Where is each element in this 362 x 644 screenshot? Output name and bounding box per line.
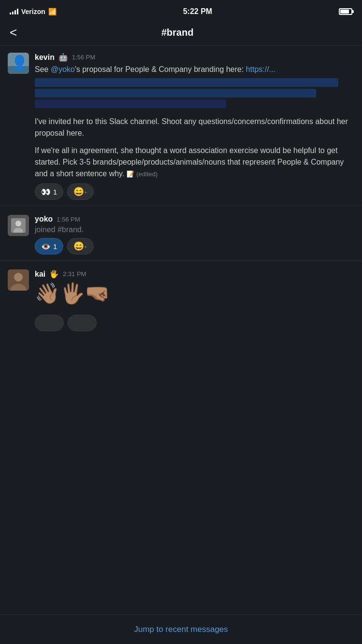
mention[interactable]: @yoko bbox=[51, 65, 75, 73]
text-before-mention: See bbox=[35, 65, 51, 73]
kai-avatar-img bbox=[8, 269, 29, 291]
status-left: Verizon 📶 bbox=[10, 8, 56, 15]
message-item: kevin 🤖 1:56 PM See @yoko's proposal for… bbox=[0, 46, 362, 204]
signal-icon bbox=[10, 9, 18, 14]
message-header: yoko 1:56 PM bbox=[35, 215, 354, 224]
jump-to-recent-banner: Jump to recent messages bbox=[0, 615, 362, 644]
link-text[interactable]: https://... bbox=[246, 65, 275, 73]
redacted-content bbox=[35, 78, 354, 108]
message-item: kai 🖐️ 2:31 PM 👋🏽🖐🏽🤜🏽 bbox=[0, 263, 362, 311]
messages-area: kevin 🤖 1:56 PM See @yoko's proposal for… bbox=[0, 46, 362, 339]
username: kevin bbox=[35, 53, 55, 62]
reaction-eye[interactable]: 👁️ 1 bbox=[35, 238, 63, 254]
status-bar: Verizon 📶 5:22 PM bbox=[0, 0, 362, 21]
user-emoji: 🖐️ bbox=[49, 269, 59, 279]
edited-label: (edited) bbox=[137, 170, 158, 178]
edited-emoji: 📝 bbox=[126, 170, 134, 178]
avatar bbox=[8, 215, 29, 236]
username: yoko bbox=[35, 215, 53, 224]
timestamp: 1:56 PM bbox=[72, 54, 95, 61]
message-header: kevin 🤖 1:56 PM bbox=[35, 53, 354, 62]
system-message: joined #brand. bbox=[35, 225, 354, 234]
reaction-count: 1 bbox=[53, 188, 57, 196]
jump-to-recent-button[interactable]: Jump to recent messages bbox=[134, 625, 228, 634]
svg-point-4 bbox=[14, 273, 23, 281]
carrier-label: Verizon bbox=[21, 8, 45, 15]
avatar bbox=[8, 53, 29, 74]
reactions: 👁️ 1 😄+ bbox=[35, 238, 354, 254]
username: kai bbox=[35, 270, 45, 279]
yoko-avatar-img bbox=[11, 218, 26, 233]
message-header: kai 🖐️ 2:31 PM bbox=[35, 269, 354, 279]
reaction-eyes[interactable]: 👀 1 bbox=[35, 183, 63, 200]
message-content: kevin 🤖 1:56 PM See @yoko's proposal for… bbox=[35, 53, 354, 200]
avatar bbox=[8, 269, 29, 291]
battery-icon bbox=[339, 8, 352, 15]
status-right bbox=[339, 8, 352, 15]
message-text: See @yoko's proposal for People & Compan… bbox=[35, 64, 354, 180]
body-text-1: I've invited her to this Slack channel. … bbox=[35, 117, 348, 137]
more-reactions bbox=[0, 315, 362, 339]
message-item: yoko 1:56 PM joined #brand. 👁️ 1 😄+ bbox=[0, 208, 362, 258]
reaction-count: 1 bbox=[53, 242, 57, 251]
reaction-add-button[interactable]: 😄+ bbox=[67, 238, 93, 254]
nav-bar: < #brand bbox=[0, 21, 362, 46]
channel-title: #brand bbox=[161, 27, 194, 38]
message-content: yoko 1:56 PM joined #brand. 👁️ 1 😄+ bbox=[35, 215, 354, 254]
text-after-mention: 's proposal for People & Company brandin… bbox=[75, 65, 246, 73]
reaction-emoji: 👁️ bbox=[41, 242, 51, 251]
kai-emoji-message: 👋🏽🖐🏽🤜🏽 bbox=[35, 280, 354, 307]
reaction-placeholder bbox=[68, 315, 97, 331]
back-button[interactable]: < bbox=[10, 26, 17, 39]
timestamp: 2:31 PM bbox=[63, 270, 86, 278]
reaction-placeholder bbox=[35, 315, 64, 331]
reactions: 👀 1 😄+ bbox=[35, 183, 354, 200]
reaction-add-button[interactable]: 😄+ bbox=[67, 183, 93, 200]
message-content: kai 🖐️ 2:31 PM 👋🏽🖐🏽🤜🏽 bbox=[35, 269, 354, 307]
body-text-2: If we're all in agreement, she thought a… bbox=[35, 146, 344, 178]
user-emoji: 🤖 bbox=[58, 53, 68, 62]
svg-point-1 bbox=[15, 221, 21, 226]
time-label: 5:22 PM bbox=[183, 7, 212, 16]
wifi-icon: 📶 bbox=[48, 8, 56, 15]
reaction-emoji: 👀 bbox=[41, 187, 51, 196]
timestamp: 1:56 PM bbox=[56, 216, 80, 223]
